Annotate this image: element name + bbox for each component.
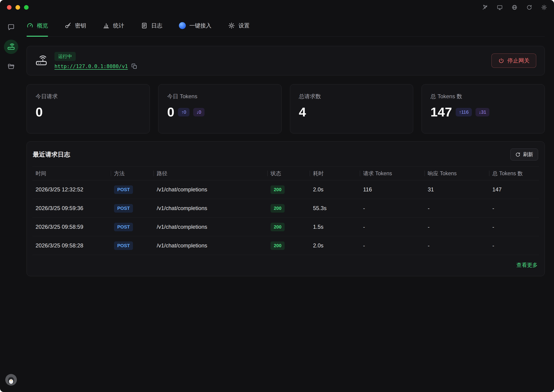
tab-overview[interactable]: 概览	[27, 15, 48, 36]
log-path: /v1/chat/completions	[153, 205, 267, 211]
logs-title: 最近请求日志	[33, 150, 70, 159]
gateway-icon	[7, 43, 15, 51]
tab-settings[interactable]: 设置	[228, 15, 250, 36]
tab-label: 设置	[238, 22, 250, 29]
logs-footer: 查看更多	[27, 255, 545, 276]
column-header: 耗时	[310, 170, 360, 177]
close-button[interactable]	[7, 5, 12, 10]
refresh-icon	[515, 152, 520, 157]
logs-header: 最近请求日志 刷新	[27, 148, 545, 167]
sidebar-item-chat[interactable]	[5, 21, 18, 34]
gateway-url-link[interactable]: http://127.0.0.1:8080/v1	[54, 63, 128, 69]
table-row[interactable]: 2026/3/25 09:58:28 POST /v1/chat/complet…	[32, 236, 539, 255]
tab-label: 一键接入	[189, 22, 211, 29]
stat-value-row: 0 ↑0↓0	[167, 106, 272, 119]
column-header: 响应 Tokens	[424, 170, 489, 177]
refresh-icon[interactable]	[526, 4, 532, 10]
sidebar-items	[4, 21, 18, 73]
column-header: 总 Tokens 数	[489, 170, 539, 177]
view-more-link[interactable]: 查看更多	[516, 261, 538, 269]
column-header: 路径	[153, 170, 267, 177]
stat-value: 147	[431, 106, 452, 119]
stat-value-row: 4	[299, 106, 404, 119]
column-header: 请求 Tokens	[360, 170, 424, 177]
tab-keys[interactable]: 密钥	[65, 15, 86, 36]
zoom-button[interactable]	[24, 5, 29, 10]
log-time: 2026/3/25 09:59:36	[32, 205, 111, 211]
token-up-badge: ↑0	[178, 108, 189, 116]
stat-card-today-tokens: 今日 Tokens 0 ↑0↓0	[158, 84, 281, 133]
status-code-badge: 200	[271, 241, 285, 250]
traffic-lights	[7, 5, 29, 10]
column-header: 状态	[267, 170, 310, 177]
titlebar	[0, 0, 554, 15]
stat-value-row: 0	[36, 106, 141, 119]
table-row[interactable]: 2026/3/25 09:58:59 POST /v1/chat/complet…	[32, 218, 539, 236]
log-request-tokens: -	[360, 224, 424, 230]
stat-label: 今日 Tokens	[167, 93, 272, 100]
sidebar-item-files[interactable]	[5, 60, 18, 73]
log-duration: 2.0s	[310, 242, 360, 249]
column-header: 时间	[32, 170, 111, 177]
stats-row: 今日请求 0 今日 Tokens 0 ↑0↓0 总请求数 4	[27, 84, 545, 133]
pointer-off-icon[interactable]	[482, 4, 488, 10]
tab-logs[interactable]: 日志	[141, 15, 162, 36]
log-response-tokens: -	[424, 224, 489, 230]
log-time: 2026/3/25 09:58:28	[32, 242, 111, 249]
gauge-icon	[27, 22, 34, 29]
stat-card-total-tokens: 总 Tokens 数 147 ↑116↓31	[422, 84, 545, 133]
user-avatar[interactable]	[5, 374, 17, 385]
token-down-badge: ↓0	[193, 108, 204, 116]
method-badge: POST	[114, 241, 133, 250]
log-duration: 55.3s	[310, 205, 360, 211]
gateway-status-card: 运行中 http://127.0.0.1:8080/v1 停止网关	[27, 46, 545, 75]
stat-card-total-requests: 总请求数 4	[290, 84, 413, 133]
method-badge: POST	[114, 204, 133, 213]
log-path: /v1/chat/completions	[153, 242, 267, 249]
tab-stats[interactable]: 统计	[103, 15, 124, 36]
stop-gateway-button[interactable]: 停止网关	[491, 54, 536, 68]
gateway-info: 运行中 http://127.0.0.1:8080/v1	[54, 52, 137, 70]
log-time: 2026/3/25 09:58:59	[32, 224, 111, 230]
log-total-tokens: -	[489, 224, 539, 230]
token-up-badge: ↑116	[456, 108, 472, 116]
tab-label: 日志	[151, 22, 162, 29]
log-table: 时间 方法 路径 状态 耗时 请求 Tokens 响应 Tokens 总 Tok…	[32, 167, 539, 255]
token-down-badge: ↓31	[475, 108, 489, 116]
app-window: 概览 密钥 统计 日志	[0, 0, 554, 392]
tab-label: 密钥	[75, 22, 86, 29]
log-duration: 1.5s	[310, 224, 360, 230]
status-code-badge: 200	[271, 223, 285, 231]
app-body: 概览 密钥 统计 日志	[0, 15, 554, 392]
method-badge: POST	[114, 185, 133, 194]
folder-icon	[7, 63, 15, 70]
status-badge: 运行中	[54, 52, 76, 61]
log-response-tokens: -	[424, 242, 489, 249]
log-table-body: 2026/3/25 12:32:52 POST /v1/chat/complet…	[32, 180, 539, 255]
stat-label: 总 Tokens 数	[431, 93, 536, 100]
log-path: /v1/chat/completions	[153, 224, 267, 230]
log-response-tokens: -	[424, 205, 489, 211]
settings-icon[interactable]	[541, 4, 547, 10]
tab-bar: 概览 密钥 统计 日志	[27, 15, 545, 37]
table-row[interactable]: 2026/3/25 12:32:52 POST /v1/chat/complet…	[32, 180, 539, 199]
bar-chart-icon	[103, 22, 110, 29]
display-icon[interactable]	[497, 4, 503, 10]
titlebar-icons	[482, 4, 547, 10]
recent-logs-card: 最近请求日志 刷新 时间 方法 路径 状态 耗时	[27, 141, 545, 276]
log-response-tokens: 31	[424, 186, 489, 193]
refresh-button[interactable]: 刷新	[510, 148, 538, 161]
log-request-tokens: -	[360, 242, 424, 249]
gateway-url-row: http://127.0.0.1:8080/v1	[54, 63, 137, 70]
globe-icon[interactable]	[511, 4, 518, 10]
tab-quick-connect[interactable]: 一键接入	[179, 15, 211, 36]
gear-icon	[228, 22, 235, 29]
copy-icon[interactable]	[131, 63, 137, 70]
method-badge: POST	[114, 223, 133, 231]
table-row[interactable]: 2026/3/25 09:59:36 POST /v1/chat/complet…	[32, 199, 539, 218]
penguin-avatar-icon	[5, 374, 17, 385]
log-icon	[141, 22, 148, 29]
sidebar-item-gateway[interactable]	[4, 40, 18, 54]
minimize-button[interactable]	[15, 5, 20, 10]
stat-card-today-requests: 今日请求 0	[27, 84, 150, 133]
